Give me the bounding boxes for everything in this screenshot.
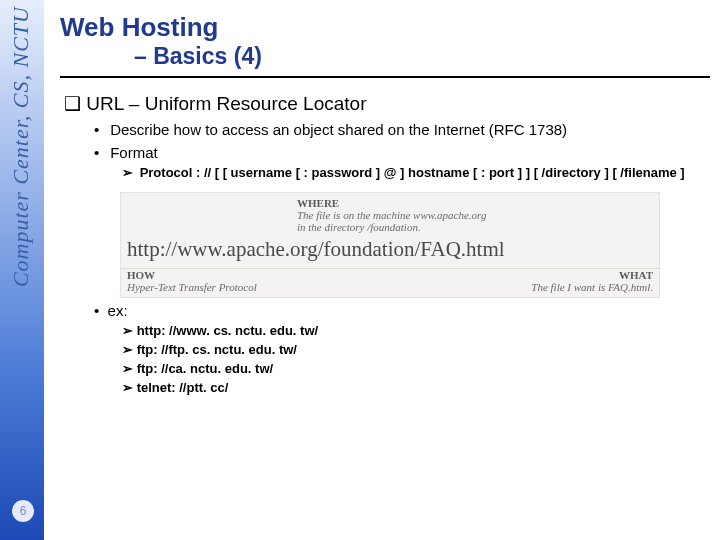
figure-what-block: WHAT The file I want is FAQ.html. [297,269,653,293]
example-text: ftp: //ftp. cs. nctu. edu. tw/ [137,342,297,357]
what-label: WHAT [297,269,653,281]
title-block: Web Hosting – Basics (4) [60,12,710,70]
bullet-dot-icon: • [94,302,108,319]
what-text: The file I want is FAQ.html. [531,281,653,293]
checkbox-bullet-icon: ❑ [64,93,86,114]
figure-how-block: HOW Hyper-Text Transfer Protocol [127,269,297,293]
where-text-1: The file is on the machine www.apache.or… [297,209,486,221]
examples-heading: • ex: [94,302,710,319]
where-label: WHERE [297,197,653,209]
title-line-2: – Basics (4) [60,43,710,70]
format-line: ➢ Protocol : // [ [ username [ : passwor… [60,165,710,182]
figure-top-row: WHERE The file is on the machine www.apa… [121,193,659,235]
title-line-1: Web Hosting [60,12,710,43]
example-item: ➢ ftp: //ftp. cs. nctu. edu. tw/ [122,342,710,357]
page-number: 6 [12,500,34,522]
bullet-describe: • Describe how to access an object share… [60,121,710,138]
example-text: telnet: //ptt. cc/ [137,380,229,395]
arrow-bullet-icon: ➢ [122,165,136,182]
horizontal-rule [60,76,710,78]
slide-page: Computer Center, CS, NCTU 6 Web Hosting … [0,0,720,540]
figure-spacer [127,197,297,233]
example-item: ➢ ftp: //ca. nctu. edu. tw/ [122,361,710,376]
example-item: ➢ telnet: //ptt. cc/ [122,380,710,395]
format-text: Protocol : // [ [ username [ : password … [140,165,685,180]
heading-url: ❑ URL – Uniform Resource Locator [60,92,710,115]
arrow-bullet-icon: ➢ [122,323,137,338]
figure-bottom-row: HOW Hyper-Text Transfer Protocol WHAT Th… [121,268,659,297]
arrow-bullet-icon: ➢ [122,380,137,395]
example-text: http: //www. cs. nctu. edu. tw/ [137,323,319,338]
bullet-format: • Format [60,144,710,161]
figure-where-block: WHERE The file is on the machine www.apa… [297,197,653,233]
content-area: Web Hosting – Basics (4) ❑ URL – Uniform… [60,12,710,395]
arrow-bullet-icon: ➢ [122,342,137,357]
example-item: ➢ http: //www. cs. nctu. edu. tw/ [122,323,710,338]
bullet-format-text: Format [110,144,158,161]
bullet-dot-icon: • [94,144,106,161]
bullet-describe-text: Describe how to access an object shared … [110,121,567,138]
examples-list: ➢ http: //www. cs. nctu. edu. tw/ ➢ ftp:… [94,323,710,395]
how-text: Hyper-Text Transfer Protocol [127,281,257,293]
arrow-bullet-icon: ➢ [122,361,137,376]
ex-label: ex: [108,302,128,319]
bullet-dot-icon: • [94,121,106,138]
examples-block: • ex: ➢ http: //www. cs. nctu. edu. tw/ … [60,302,710,395]
side-label: Computer Center, CS, NCTU [8,6,34,287]
heading-url-text: URL – Uniform Resource Locator [86,93,366,114]
example-text: ftp: //ca. nctu. edu. tw/ [137,361,274,376]
where-text-2: in the directory /foundation. [297,221,421,233]
figure-url: http://www.apache.org/foundation/FAQ.htm… [121,235,659,268]
url-breakdown-figure: WHERE The file is on the machine www.apa… [120,192,660,298]
how-label: HOW [127,269,297,281]
